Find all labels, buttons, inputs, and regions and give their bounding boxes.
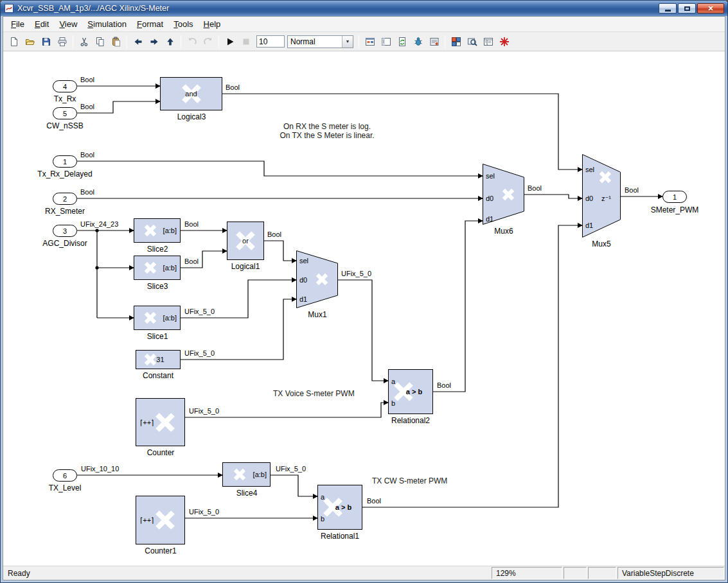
- blocks-icon: [451, 37, 461, 47]
- sel-port-label: sel: [585, 166, 594, 173]
- find-button[interactable]: [464, 34, 480, 49]
- block-label: Logical3: [150, 112, 233, 121]
- block-label: Mux6: [462, 227, 546, 236]
- block-text: and: [185, 90, 197, 98]
- inport-cw-nssb[interactable]: 5: [53, 107, 77, 119]
- signal-wire[interactable]: [524, 195, 582, 198]
- cut-button[interactable]: [76, 34, 92, 49]
- block-relational2[interactable]: a b a > b: [388, 369, 433, 414]
- signal-wire[interactable]: [362, 225, 582, 507]
- system-generator-button[interactable]: [496, 34, 512, 49]
- block-slice2[interactable]: [a:b]: [134, 218, 181, 243]
- stop-simulation-button[interactable]: [238, 34, 254, 49]
- block-text: [a:b]: [163, 227, 177, 234]
- inport-rx-smeter[interactable]: 2: [53, 193, 77, 205]
- inport-tx-level[interactable]: 6: [53, 469, 77, 482]
- block-counter[interactable]: ⌈++⌉: [136, 398, 185, 446]
- inport-tx-rx[interactable]: 4: [53, 80, 77, 92]
- block-text: ⌈++⌉: [140, 516, 154, 525]
- code-generation-button[interactable]: [426, 34, 442, 49]
- start-simulation-button[interactable]: [222, 34, 238, 49]
- sim-time-input[interactable]: [256, 35, 285, 48]
- block-text: a > b: [335, 503, 351, 511]
- open-model-button[interactable]: [22, 34, 38, 49]
- model-canvas[interactable]: 4 Tx_Rx 5 CW_nSSB 1 Tx_Rx_Delayed 2 RX_S…: [3, 51, 725, 566]
- block-label: Mux5: [560, 239, 643, 248]
- update-diagram-button[interactable]: [394, 34, 410, 49]
- library-browser-button[interactable]: [362, 34, 378, 49]
- print-button[interactable]: [54, 34, 70, 49]
- new-model-button[interactable]: [6, 34, 22, 49]
- window-title: Xcvr_SSB_AM_1p3/.../AGC Xilinx/S-Meter: [17, 4, 655, 13]
- annotation-tx-cw: TX CW S-meter PWM: [372, 476, 447, 485]
- block-text: ⌈++⌉: [140, 418, 154, 426]
- block-label: Logical1: [204, 262, 287, 271]
- block-mux5[interactable]: sel d0 z⁻¹ d1: [582, 154, 621, 238]
- floppy-disk-icon: [41, 37, 51, 47]
- arrow-right-icon: [149, 37, 159, 47]
- block-constant[interactable]: 31: [136, 350, 181, 369]
- clipboard-icon: [111, 37, 121, 47]
- block-label: Counter1: [119, 546, 202, 555]
- signal-wire[interactable]: [264, 241, 296, 261]
- signal-label: Bool: [80, 151, 94, 159]
- menu-simulation[interactable]: Simulation: [82, 17, 132, 31]
- signal-label: Bool: [528, 184, 542, 192]
- block-slice4[interactable]: [a:b]: [222, 462, 271, 487]
- port-number: 4: [63, 83, 67, 91]
- block-slice1[interactable]: [a:b]: [134, 306, 181, 330]
- back-button[interactable]: [130, 34, 146, 49]
- menu-help[interactable]: Help: [199, 17, 226, 31]
- menu-edit[interactable]: Edit: [30, 17, 54, 31]
- menu-view[interactable]: View: [54, 17, 82, 31]
- model-browser-button[interactable]: [378, 34, 394, 49]
- block-label: Slice1: [116, 332, 199, 341]
- menu-tools[interactable]: Tools: [168, 17, 198, 31]
- code-page-icon: [429, 37, 439, 47]
- block-logical3[interactable]: and: [160, 77, 222, 110]
- minimize-button[interactable]: [659, 3, 677, 13]
- save-model-button[interactable]: [38, 34, 54, 49]
- debugger-button[interactable]: [410, 34, 426, 49]
- up-button[interactable]: [162, 34, 178, 49]
- block-logical1[interactable]: or: [227, 222, 264, 260]
- simulink-library-button[interactable]: [448, 34, 464, 49]
- toolbar-separator: [218, 35, 219, 48]
- signal-wire[interactable]: [433, 221, 483, 392]
- toolbar: Normal ▼: [3, 32, 725, 51]
- signal-label: UFix_5_0: [341, 270, 371, 277]
- inport-tx-rx-delayed[interactable]: 1: [53, 155, 77, 168]
- copy-button[interactable]: [92, 34, 108, 49]
- signal-label: Bool: [184, 220, 199, 228]
- block-slice3[interactable]: [a:b]: [134, 256, 181, 280]
- block-text: or: [242, 237, 249, 245]
- redo-arrow-icon: [203, 37, 213, 47]
- redo-button[interactable]: [200, 34, 216, 49]
- outport-smeter-pwm[interactable]: 1: [662, 191, 687, 203]
- undo-button[interactable]: [184, 34, 200, 49]
- forward-button[interactable]: [146, 34, 162, 49]
- menu-format[interactable]: Format: [132, 17, 168, 31]
- annotation-line: On TX the S Meter is linear.: [258, 131, 396, 140]
- signal-wire[interactable]: [77, 161, 483, 176]
- titlebar[interactable]: Xcvr_SSB_AM_1p3/.../AGC Xilinx/S-Meter ✕: [1, 1, 727, 16]
- block-mux6[interactable]: sel d0 d1: [483, 164, 524, 225]
- window-icon: [4, 3, 14, 13]
- refresh-page-icon: [397, 37, 407, 47]
- block-counter1[interactable]: ⌈++⌉: [136, 496, 185, 544]
- signal-label: Bool: [80, 76, 94, 83]
- inport-agc-divisor[interactable]: 3: [53, 225, 77, 237]
- signal-label: UFix_5_0: [189, 508, 219, 516]
- menu-file[interactable]: File: [6, 17, 30, 31]
- port-number: 5: [63, 110, 67, 117]
- close-button[interactable]: ✕: [697, 3, 724, 13]
- sim-mode-select[interactable]: Normal ▼: [287, 35, 353, 48]
- signal-label: Bool: [437, 381, 451, 389]
- model-explorer-button[interactable]: [480, 34, 496, 49]
- block-relational1[interactable]: a b a > b: [317, 485, 362, 530]
- paste-button[interactable]: [108, 34, 124, 49]
- chevron-down-icon[interactable]: ▼: [342, 36, 353, 48]
- block-mux1[interactable]: sel d0 d1: [296, 250, 338, 308]
- maximize-button[interactable]: [678, 3, 696, 13]
- signal-wire[interactable]: [338, 280, 388, 381]
